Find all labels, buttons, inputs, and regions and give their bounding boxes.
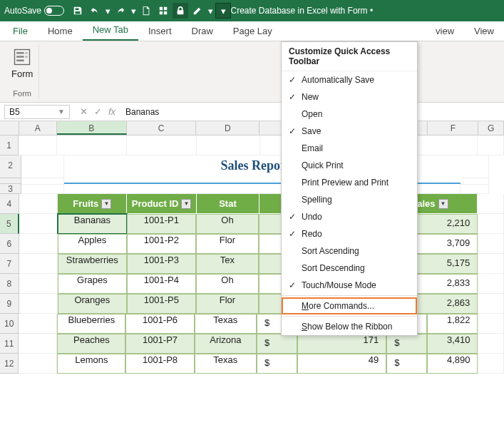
row-header-4[interactable]: 4 xyxy=(0,194,19,214)
table-cell[interactable]: Oranges xyxy=(58,294,127,314)
tab-draw[interactable]: Draw xyxy=(182,21,223,41)
undo-icon[interactable] xyxy=(87,3,103,19)
th-fruits[interactable]: Fruits▼ xyxy=(58,194,127,214)
pen-icon[interactable] xyxy=(190,3,205,19)
toggle-switch[interactable] xyxy=(44,6,64,16)
table-cell[interactable]: Strawberries xyxy=(58,254,127,274)
th-state[interactable]: Stat xyxy=(197,194,259,214)
menu-print-preview[interactable]: Print Preview and Print xyxy=(282,174,417,191)
menu-quick-print[interactable]: Quick Print xyxy=(282,157,417,174)
table-cell[interactable]: Texas xyxy=(195,314,257,334)
spreadsheet-grid[interactable]: A B C D E F G 1 2 Sales Report of 3 4 Fr… xyxy=(0,121,504,374)
table-cell[interactable]: 1001-P5 xyxy=(127,294,196,314)
menu-more-commands[interactable]: More Commands... xyxy=(282,297,417,314)
tab-home[interactable]: Home xyxy=(38,21,83,41)
enter-formula-icon[interactable]: ✓ xyxy=(91,106,104,117)
table-cell[interactable]: 1001-P8 xyxy=(125,354,194,374)
table-cell[interactable]: 1001-P4 xyxy=(127,274,196,294)
row-header-9[interactable]: 9 xyxy=(0,294,19,314)
row-header-7[interactable]: 7 xyxy=(0,254,19,274)
name-box-dropdown-icon[interactable]: ▼ xyxy=(58,108,65,116)
cell-c5[interactable]: 1001-P1 xyxy=(127,214,196,234)
table-cell[interactable]: 1001-P7 xyxy=(125,334,194,354)
row-header-1[interactable]: 1 xyxy=(0,135,19,155)
new-file-icon[interactable] xyxy=(138,3,154,19)
redo-icon[interactable] xyxy=(113,3,128,19)
fx-icon[interactable]: fx xyxy=(106,106,118,117)
tab-page-layout[interactable]: Page Lay xyxy=(223,21,282,41)
row-header-5[interactable]: 5 xyxy=(0,214,19,234)
row-header-6[interactable]: 6 xyxy=(0,234,19,254)
table-cell[interactable]: 171 xyxy=(297,334,386,354)
table-cell[interactable]: 1001-P2 xyxy=(127,234,196,254)
menu-show-below[interactable]: Show Below the Ribbon xyxy=(282,318,417,335)
table-cell[interactable]: 3,410 xyxy=(427,334,478,354)
table-cell[interactable]: Blueberries xyxy=(57,314,125,334)
menu-undo[interactable]: Undo xyxy=(282,208,417,225)
menu-new[interactable]: New xyxy=(282,88,417,106)
customize-qat-button[interactable]: ▾ xyxy=(215,3,231,19)
table-cell[interactable]: 4,890 xyxy=(427,354,478,374)
cancel-formula-icon[interactable]: ✕ xyxy=(77,106,90,117)
table-cell[interactable]: Peaches xyxy=(57,334,125,354)
table-cell[interactable]: 1,822 xyxy=(427,314,478,334)
menu-sort-desc[interactable]: Sort Descending xyxy=(282,260,417,277)
table-cell[interactable]: Flor xyxy=(196,234,259,254)
menu-save[interactable]: Save xyxy=(282,123,417,140)
row-header-10[interactable]: 10 xyxy=(0,314,19,334)
tab-new-tab[interactable]: New Tab xyxy=(83,20,138,41)
menu-sort-asc[interactable]: Sort Ascending xyxy=(282,242,417,260)
tab-view[interactable]: View xyxy=(464,21,504,41)
tab-review-partial[interactable]: view xyxy=(426,21,464,41)
table-cell[interactable]: 2,833 xyxy=(447,277,470,290)
qat-chevron-1[interactable]: ▾ xyxy=(104,3,111,19)
table-cell[interactable]: Texas xyxy=(195,354,257,374)
cell-b5[interactable]: Bananas xyxy=(58,214,127,234)
table-cell[interactable]: Tex xyxy=(196,254,259,274)
name-box[interactable]: B5 ▼ xyxy=(4,105,70,119)
table-cell[interactable]: 3,709 xyxy=(447,237,470,250)
tab-insert[interactable]: Insert xyxy=(138,21,182,41)
cell-sales-5[interactable]: 2,210 xyxy=(447,218,470,230)
row-header-8[interactable]: 8 xyxy=(0,274,19,294)
select-all-corner[interactable] xyxy=(0,121,19,135)
table-cell[interactable]: 5,175 xyxy=(447,257,470,270)
menu-open[interactable]: Open xyxy=(282,106,417,123)
th-product-id[interactable]: Product ID▼ xyxy=(127,194,196,214)
col-header-i[interactable]: G xyxy=(478,121,504,135)
menu-spelling[interactable]: Spelling xyxy=(282,191,417,208)
save-icon[interactable] xyxy=(70,3,86,19)
cell-d5[interactable]: Oh xyxy=(196,214,259,234)
col-header-d[interactable]: D xyxy=(196,121,259,135)
col-header-h[interactable]: F xyxy=(428,121,478,135)
qat-chevron-3[interactable]: ▾ xyxy=(207,3,214,19)
touch-mode-icon[interactable] xyxy=(155,3,171,19)
row-header-2[interactable]: 2 xyxy=(0,155,21,178)
autosave-toggle[interactable]: AutoSave xyxy=(4,6,64,16)
col-header-a[interactable]: A xyxy=(19,121,57,135)
menu-auto-save[interactable]: Automatically Save xyxy=(282,71,417,88)
table-cell[interactable]: Arizona xyxy=(195,334,257,354)
row-header-11[interactable]: 11 xyxy=(0,334,19,354)
filter-icon[interactable]: ▼ xyxy=(101,199,111,209)
lock-icon[interactable] xyxy=(173,3,188,19)
filter-icon[interactable]: ▼ xyxy=(181,199,191,209)
row-header-3[interactable]: 3 xyxy=(0,184,21,194)
menu-email[interactable]: Email xyxy=(282,140,417,157)
menu-redo[interactable]: Redo xyxy=(282,225,417,242)
col-header-c[interactable]: C xyxy=(127,121,197,135)
menu-touch-mouse[interactable]: Touch/Mouse Mode xyxy=(282,277,417,294)
table-cell[interactable]: Apples xyxy=(58,234,127,254)
table-cell[interactable]: Grapes xyxy=(58,274,127,294)
table-cell[interactable]: 1001-P3 xyxy=(127,254,196,274)
row-header-12[interactable]: 12 xyxy=(0,354,19,374)
table-cell[interactable]: Lemons xyxy=(57,354,125,374)
filter-icon[interactable]: ▼ xyxy=(438,199,448,209)
table-cell[interactable]: Oh xyxy=(196,274,259,294)
col-header-b[interactable]: B xyxy=(57,121,127,135)
tab-file[interactable]: File xyxy=(3,21,38,41)
table-cell[interactable]: 49 xyxy=(297,354,386,374)
table-cell[interactable]: 2,863 xyxy=(447,297,470,310)
qat-chevron-2[interactable]: ▾ xyxy=(130,3,137,19)
form-button[interactable]: Form xyxy=(10,46,34,81)
